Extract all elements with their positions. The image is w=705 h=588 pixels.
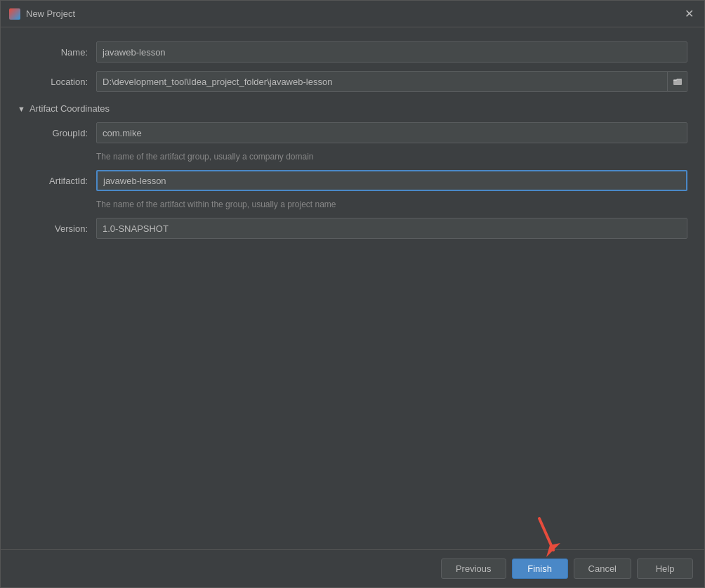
folder-icon [673,77,683,86]
groupid-row: GroupId: [18,122,687,143]
cancel-button[interactable]: Cancel [574,558,631,579]
browse-button[interactable] [668,71,687,92]
artifactid-hint: The name of the artifact within the grou… [96,200,687,209]
section-title: Artifact Coordinates [29,103,110,114]
dialog-title: New Project [26,8,75,19]
app-icon [9,8,20,20]
name-input[interactable] [96,41,687,63]
finish-button[interactable]: Finish [512,558,568,579]
location-input-group [96,71,687,92]
dialog-footer: Previous Finish Cancel Help [1,549,704,587]
version-input[interactable] [96,218,687,239]
new-project-dialog: New Project ✕ Name: Location: [0,0,705,588]
location-label: Location: [18,77,88,87]
help-button[interactable]: Help [637,558,693,579]
groupid-label: GroupId: [18,128,88,138]
name-row: Name: [18,41,687,63]
title-bar: New Project ✕ [1,1,704,27]
close-button[interactable]: ✕ [682,7,696,21]
previous-button[interactable]: Previous [441,558,506,579]
location-input[interactable] [96,71,668,92]
artifactid-input[interactable] [96,170,687,191]
groupid-hint: The name of the artifact group, usually … [96,152,687,162]
artifactid-label: ArtifactId: [18,176,88,186]
location-row: Location: [18,71,687,92]
section-toggle-icon[interactable]: ▼ [18,105,25,113]
title-bar-left: New Project [9,8,75,20]
groupid-input[interactable] [96,122,687,143]
dialog-content: Name: Location: ▼ Artifact Coordinates [1,27,704,549]
artifact-section-header: ▼ Artifact Coordinates [18,103,687,114]
version-label: Version: [18,223,88,234]
artifactid-row: ArtifactId: [18,170,687,191]
version-row: Version: [18,218,687,239]
name-label: Name: [18,47,88,58]
